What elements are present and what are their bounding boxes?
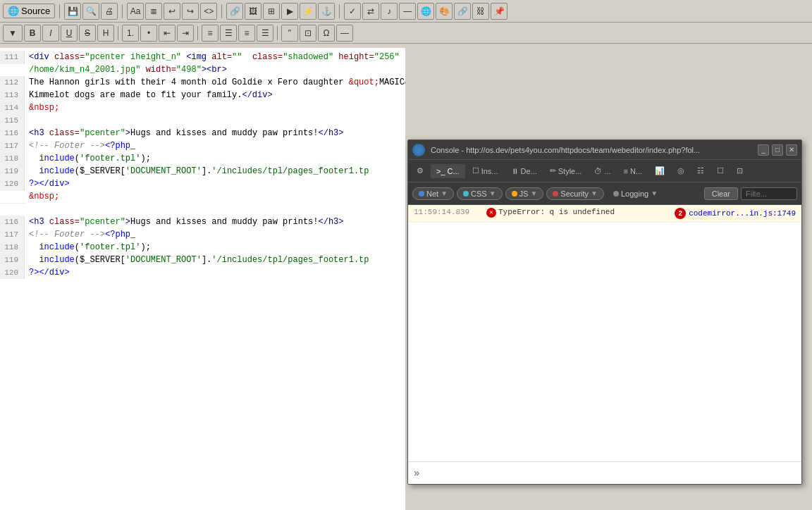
line-content: &nbsp; — [25, 101, 405, 114]
filter-security[interactable]: Security ▼ — [546, 187, 604, 200]
link3-button[interactable]: ⛓ — [472, 3, 489, 20]
console-input[interactable] — [422, 469, 796, 478]
quote-button[interactable]: " — [281, 25, 298, 42]
js-dot — [512, 191, 517, 197]
line-content: <h3 class="pcenter">Hugs and kisses and … — [25, 216, 405, 228]
line-content: include('footer.tpl'); — [25, 152, 405, 165]
line-content: include($_SERVER['DOCUMENT_ROOT'].'/incl… — [25, 254, 405, 266]
spell-check-button[interactable]: ✓ — [344, 3, 361, 20]
storage-icon: ☷ — [697, 166, 704, 175]
tab-performance[interactable]: 📊 — [649, 163, 670, 178]
chevron-down-icon-5: ▼ — [651, 189, 658, 197]
clear-button[interactable]: Clear — [704, 187, 738, 200]
maximize-button[interactable]: □ — [772, 144, 783, 156]
line-number: 114 — [0, 101, 25, 114]
code-line-118b: 118 include('footer.tpl'); — [0, 241, 405, 254]
source-tab[interactable]: 🌐 Source — [3, 4, 55, 18]
tab-device[interactable]: ☐ — [711, 163, 730, 178]
tab-network[interactable]: ≡ N... — [618, 164, 648, 178]
close-button[interactable]: ✕ — [786, 144, 797, 156]
tab-storage[interactable]: ☷ — [691, 163, 710, 178]
ordered-list-button[interactable]: 1. — [122, 25, 139, 42]
tab-inspector[interactable]: ☐ Ins... — [467, 163, 504, 178]
tab-clock[interactable]: ⏱ ... — [589, 164, 616, 178]
highlight-button[interactable]: H — [97, 25, 114, 42]
outdent-button[interactable]: ⇤ — [159, 25, 176, 42]
code-line-113: 113 Kimmelot dogs are made to fit your f… — [0, 89, 405, 101]
line-number: 119 — [0, 254, 25, 266]
find-replace-button[interactable]: ⇄ — [362, 3, 379, 20]
console-source-link[interactable]: 2 codemirror...in.js:1749 — [675, 208, 796, 219]
performance-icon: 📊 — [655, 166, 665, 175]
undo-button[interactable]: ↩ — [164, 3, 180, 20]
horizontal-rule-button[interactable]: — — [336, 25, 353, 42]
line-number — [0, 63, 25, 64]
code-line-120b: 120 ?></div> — [0, 266, 405, 279]
unordered-list-button[interactable]: • — [140, 25, 157, 42]
tab-console[interactable]: >_ C... — [431, 164, 465, 178]
insert-link-button[interactable]: 🔗 — [226, 3, 243, 20]
underline-button[interactable]: U — [61, 25, 78, 42]
block-button[interactable]: ⊡ — [300, 25, 316, 42]
strikethrough-button[interactable]: S — [79, 25, 96, 42]
filter-css[interactable]: CSS ▼ — [457, 187, 503, 200]
rule-button[interactable]: — — [399, 3, 416, 20]
bold-button[interactable]: B — [24, 25, 41, 42]
align-group: ≡ ☰ ≡ ☰ — [202, 25, 273, 42]
console-message: TypeError: q is undefined — [498, 208, 675, 216]
globe-button[interactable]: 🌐 — [417, 3, 434, 20]
save-button[interactable]: 💾 — [64, 3, 81, 20]
tab-memory[interactable]: ◎ — [672, 163, 690, 178]
code-line-112: 112 The Hannon girls with their 4 month … — [0, 76, 405, 89]
console-icon: >_ — [436, 167, 445, 175]
code-line-115: 115 — [0, 114, 405, 127]
filter-logging[interactable]: Logging ▼ — [607, 187, 664, 200]
indent-button[interactable]: ⇥ — [177, 25, 194, 42]
code-editor[interactable]: 111 <div class="pcenter iheight_n" <img … — [0, 48, 405, 510]
align-center-button[interactable]: ☰ — [220, 25, 237, 42]
browser-icon — [412, 144, 425, 156]
link2-button[interactable]: 🔗 — [454, 3, 471, 20]
anchor-button[interactable]: ⚓ — [318, 3, 335, 20]
special-char-button[interactable]: Ω — [318, 25, 335, 42]
print-button[interactable]: 🖨 — [101, 3, 118, 20]
separator-2 — [122, 4, 123, 18]
filter-search-input[interactable] — [741, 187, 797, 200]
align-left-button[interactable]: ≡ — [202, 25, 219, 42]
css-button[interactable]: 🎨 — [436, 3, 453, 20]
select-all-button[interactable]: ≣ — [145, 3, 162, 20]
tab-debugger[interactable]: ⏸ De... — [505, 164, 543, 178]
tab-style[interactable]: ✏ Style... — [544, 163, 588, 178]
tab-responsive[interactable]: ⊡ — [731, 163, 749, 178]
insert-media-button[interactable]: ▶ — [281, 3, 298, 20]
bookmark-button[interactable]: 📌 — [491, 3, 508, 20]
align-right-button[interactable]: ≡ — [238, 25, 255, 42]
flash-button[interactable]: ⚡ — [300, 3, 316, 20]
chevron-down-icon: ▼ — [441, 189, 448, 197]
error-count-badge: 2 — [675, 208, 686, 219]
net-dot — [419, 191, 424, 197]
italic-button[interactable]: I — [42, 25, 59, 42]
justify-button[interactable]: ☰ — [257, 25, 273, 42]
source-label-text: Source — [21, 6, 50, 16]
insert-image-button[interactable]: 🖼 — [245, 3, 262, 20]
format-dropdown[interactable]: ▼ — [3, 25, 23, 42]
redo-button[interactable]: ↪ — [182, 3, 199, 20]
filter-net[interactable]: Net ▼ — [412, 187, 454, 200]
filter-js[interactable]: JS ▼ — [505, 187, 544, 200]
error-icon: ✕ — [486, 208, 496, 218]
insert-special-button[interactable]: ♪ — [381, 3, 398, 20]
tab-settings[interactable]: ⚙ — [411, 163, 429, 178]
code-line-nbsp: &nbsp; — [0, 190, 405, 203]
code-line-empty — [0, 203, 405, 216]
find-button[interactable]: 🔍 — [82, 3, 99, 20]
code-view-button[interactable]: <> — [200, 3, 217, 20]
minimize-button[interactable]: _ — [758, 144, 769, 156]
insert-table-button[interactable]: ⊞ — [263, 3, 280, 20]
code-line-111: 111 <div class="pcenter iheight_n" <img … — [0, 51, 405, 63]
text-aa-button[interactable]: Aa — [127, 3, 144, 20]
line-content: ?></div> — [25, 178, 405, 190]
source-file-link[interactable]: codemirror...in.js:1749 — [689, 209, 796, 218]
console-output[interactable]: 11:59:14.839 ✕ TypeError: q is undefined… — [408, 205, 801, 461]
format-group: ▼ B I U S H — [3, 25, 114, 42]
